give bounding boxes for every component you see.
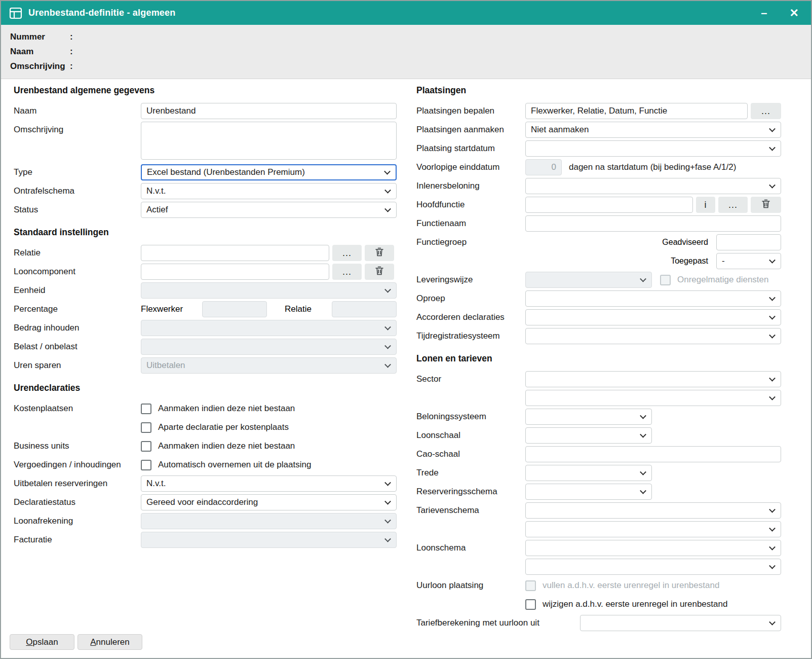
field-sector: Sector <box>416 371 781 406</box>
plaatsingen-aanmaken-select[interactable]: Niet aanmaken <box>525 122 781 138</box>
field-kostenplaatsen: Kostenplaatsen Aanmaken indien deze niet… <box>14 400 397 435</box>
field-tarievenschema: Tarievenschema <box>416 502 781 537</box>
loonschema-select-2[interactable] <box>525 559 781 575</box>
toegepast-select[interactable]: - <box>716 253 781 269</box>
nummer-colon: : <box>70 32 73 42</box>
record-info-header: Nummer : Naam : Omschrijving : <box>1 25 811 79</box>
belast-onbelast-label: Belast / onbelast <box>14 342 141 352</box>
aparte-declaratie-label: Aparte declaratie per kostenplaats <box>158 422 289 432</box>
ellipsis-icon: ... <box>761 106 770 117</box>
type-select[interactable]: Excel bestand (Urenbestanden Premium) <box>141 164 397 180</box>
kostenplaatsen-label: Kostenplaatsen <box>14 400 141 414</box>
relatie-clear-button[interactable] <box>365 245 394 261</box>
field-loonschema: Loonschema <box>416 540 781 575</box>
looncomponent-clear-button[interactable] <box>365 264 394 280</box>
hoofdfunctie-label: Hoofdfunctie <box>416 200 525 210</box>
type-select-value: Excel bestand (Urenbestanden Premium) <box>147 167 305 177</box>
business-units-aanmaken-checkbox[interactable] <box>141 441 151 452</box>
ontrafelschema-label: Ontrafelschema <box>14 186 141 196</box>
loonschema-select-1[interactable] <box>525 540 781 556</box>
looncomponent-lookup-button[interactable]: ... <box>332 264 362 280</box>
hoofdfunctie-clear-button[interactable] <box>751 197 781 213</box>
sector-select-1[interactable] <box>525 371 781 387</box>
plaatsingen-aanmaken-label: Plaatsingen aanmaken <box>416 125 525 135</box>
ellipsis-icon: ... <box>728 200 738 210</box>
chevron-down-icon <box>769 544 776 551</box>
field-functienaam: Functienaam <box>416 215 781 232</box>
field-naam: Naam <box>14 103 397 119</box>
field-uitbetalen-reserveringen: Uitbetalen reserveringen N.v.t. <box>14 475 397 492</box>
minimize-button[interactable]: – <box>757 6 771 21</box>
looncomponent-input[interactable] <box>141 264 329 280</box>
status-select[interactable]: Actief <box>141 202 397 218</box>
loonschaal-select[interactable] <box>525 427 652 444</box>
hoofdfunctie-info-button[interactable]: i <box>696 197 715 213</box>
naam-input[interactable] <box>141 103 397 119</box>
sector-select-2[interactable] <box>525 390 781 406</box>
eenheid-select <box>141 282 397 299</box>
tariefberekening-select[interactable] <box>580 615 781 631</box>
aparte-declaratie-checkbox[interactable] <box>141 422 151 433</box>
cancel-button[interactable]: Annuleren <box>78 634 142 650</box>
uurloon-wijzigen-checkbox[interactable] <box>525 599 536 610</box>
oproep-select[interactable] <box>525 290 781 307</box>
chevron-down-icon <box>769 295 776 301</box>
uurloon-vullen-row: vullen a.d.h.v. eerste urenregel in uren… <box>525 577 781 594</box>
tarievenschema-select-2[interactable] <box>525 521 781 537</box>
inlenersbeloning-select[interactable] <box>525 178 781 194</box>
plaatsing-startdatum-label: Plaatsing startdatum <box>416 143 525 154</box>
geadviseerd-input[interactable] <box>716 234 781 250</box>
plaatsingen-bepalen-input[interactable] <box>525 103 748 119</box>
field-status: Status Actief <box>14 202 397 218</box>
field-plaatsingen-bepalen: Plaatsingen bepalen ... <box>416 103 781 119</box>
facturatie-label: Facturatie <box>14 535 141 545</box>
cao-schaal-input[interactable] <box>525 446 781 462</box>
info-icon: i <box>705 200 707 210</box>
field-plaatsingen-aanmaken: Plaatsingen aanmaken Niet aanmaken <box>416 122 781 138</box>
trede-select[interactable] <box>525 465 652 481</box>
dialog-content: Urenbestand algemene gegevens Naam Omsch… <box>1 79 811 658</box>
ellipsis-icon: ... <box>342 248 352 259</box>
relatie-input[interactable] <box>141 245 329 261</box>
plaatsingen-bepalen-lookup-button[interactable]: ... <box>751 103 781 119</box>
accorderen-declaraties-select[interactable] <box>525 309 781 325</box>
tijdregistratiesysteem-select[interactable] <box>525 328 781 344</box>
functiegroep-geadviseerd-row: Geadviseerd <box>525 234 781 250</box>
onregelmatige-diensten-checkbox <box>660 275 671 285</box>
ontrafelschema-select[interactable]: N.v.t. <box>141 183 397 199</box>
oproep-label: Oproep <box>416 294 525 304</box>
chevron-down-icon <box>640 413 646 419</box>
toegepast-label: Toegepast <box>671 257 708 266</box>
tarievenschema-select-1[interactable] <box>525 502 781 519</box>
kostenplaatsen-aanmaken-checkbox[interactable] <box>141 404 151 414</box>
vergoedingen-overnemen-checkbox[interactable] <box>141 460 151 470</box>
chevron-down-icon <box>640 431 646 438</box>
relatie-label: Relatie <box>14 248 141 258</box>
uitbetalen-reserveringen-select[interactable]: N.v.t. <box>141 475 397 492</box>
close-button[interactable]: ✕ <box>786 6 803 21</box>
chevron-down-icon <box>769 332 776 339</box>
plaatsing-startdatum-select[interactable] <box>525 140 781 157</box>
chevron-down-icon <box>384 286 391 293</box>
field-relatie: Relatie ... <box>14 245 397 261</box>
chevron-down-icon <box>769 144 776 151</box>
field-declaratiestatus: Declaratiestatus Gereed voor eindaccorde… <box>14 494 397 510</box>
kostenplaatsen-aanmaken-row: Aanmaken indien deze niet bestaan <box>141 400 397 417</box>
percentage-flexwerker-label: Flexwerker <box>141 304 202 314</box>
vergoedingen-label: Vergoedingen / inhoudingen <box>14 460 141 470</box>
functienaam-input[interactable] <box>525 215 781 232</box>
functiegroep-toegepast-row: Toegepast - <box>525 253 781 269</box>
hoofdfunctie-input[interactable] <box>525 197 693 213</box>
omschrijving-textarea[interactable] <box>141 122 397 160</box>
relatie-lookup-button[interactable]: ... <box>332 245 362 261</box>
save-button[interactable]: Opslaan <box>10 634 74 650</box>
beloningssysteem-select[interactable] <box>525 409 652 425</box>
reserveringsschema-select[interactable] <box>525 484 652 500</box>
chevron-down-icon <box>384 187 391 194</box>
declaratiestatus-select[interactable]: Gereed voor eindaccordering <box>141 494 397 510</box>
uren-sparen-select: Uitbetalen <box>141 357 397 374</box>
kostenplaatsen-aanmaken-label: Aanmaken indien deze niet bestaan <box>158 404 295 414</box>
omschrijving-colon: : <box>70 61 73 71</box>
beloningssysteem-label: Beloningssysteem <box>416 412 525 422</box>
hoofdfunctie-lookup-button[interactable]: ... <box>718 197 748 213</box>
